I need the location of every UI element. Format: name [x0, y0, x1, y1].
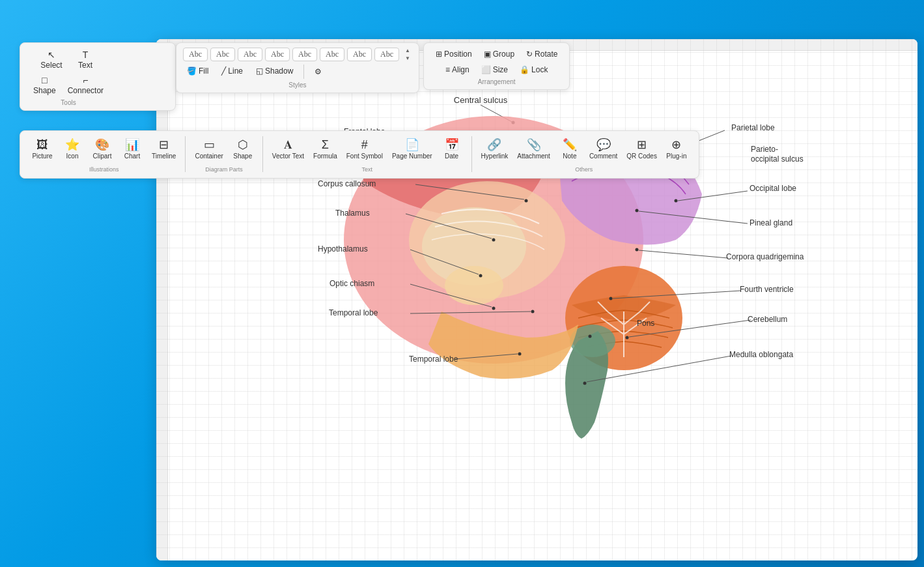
picture-icon: 🖼 [36, 139, 48, 151]
plugin-icon: ⊕ [671, 139, 681, 151]
styles-label: Styles [183, 81, 412, 89]
icon-icon: ⭐ [65, 139, 79, 151]
svg-line-23 [639, 250, 728, 258]
svg-text:Thalamus: Thalamus [335, 209, 370, 218]
style-chip-5[interactable]: Abc [292, 48, 317, 61]
illustrations-section: 🖼 Picture ⭐ Icon 🎨 Clipart 📊 Chart ⊟ Tim… [28, 136, 180, 173]
style-chip-3[interactable]: Abc [238, 48, 262, 61]
group-icon: ▣ [484, 50, 491, 59]
svg-text:Medulla oblongata: Medulla oblongata [729, 350, 793, 359]
position-icon: ⊞ [436, 50, 442, 59]
date-icon: 📅 [445, 139, 459, 151]
svg-point-22 [636, 248, 639, 252]
svg-point-30 [626, 336, 629, 340]
line-btn[interactable]: ╱ Line [217, 65, 247, 78]
styles-down-arrow[interactable]: ▼ [403, 55, 412, 62]
page-number-btn[interactable]: 📄 Page Number [388, 136, 436, 162]
shape-insert-icon: ⬡ [238, 139, 248, 151]
vector-text-btn[interactable]: 𝐀 Vector Text [268, 136, 308, 162]
svg-text:occipital sulcus: occipital sulcus [751, 154, 804, 164]
hyperlink-btn[interactable]: 🔗 Hyperlink [477, 136, 512, 162]
clipart-btn[interactable]: 🎨 Clipart [88, 136, 117, 162]
attachment-btn[interactable]: 📎 Attachment [513, 136, 554, 162]
icon-btn[interactable]: ⭐ Icon [58, 136, 87, 162]
style-chip-2[interactable]: Abc [210, 48, 235, 61]
illustrations-label: Illustrations [89, 166, 119, 173]
lock-icon: 🔒 [520, 65, 529, 74]
plugin-btn[interactable]: ⊕ Plug-in [662, 136, 691, 162]
svg-text:Hypothalamus: Hypothalamus [318, 244, 368, 254]
toolbar-tools: ↖ Select T Text □ Shape ⌐ Connector Tool… [20, 42, 176, 111]
toolbar-arrangement: ⊞ Position ▣ Group ↻ Rotate ≡ Align ⬜ Si… [423, 42, 570, 90]
qr-codes-btn[interactable]: ⊞ QR Codes [623, 136, 661, 162]
svg-point-14 [492, 239, 496, 242]
text-tool[interactable]: T Text [69, 47, 102, 72]
styles-dropdown[interactable]: ▲ ▼ [403, 47, 412, 62]
vector-text-icon: 𝐀 [284, 139, 292, 151]
style-chip-1[interactable]: Abc [183, 48, 208, 61]
style-chip-8[interactable]: Abc [374, 48, 399, 61]
chart-btn[interactable]: 📊 Chart [118, 136, 147, 162]
container-icon: ▭ [204, 139, 215, 151]
date-btn[interactable]: 📅 Date [438, 136, 466, 162]
container-btn[interactable]: ▭ Container [191, 136, 227, 162]
shape-icon: □ [42, 75, 47, 85]
svg-text:Pineal gland: Pineal gland [749, 218, 792, 227]
diagram-parts-section: ▭ Container ⬡ Shape Diagram Parts [191, 136, 257, 173]
group-btn[interactable]: ▣ Group [479, 47, 520, 61]
shape-insert-btn[interactable]: ⬡ Shape [229, 136, 257, 162]
svg-text:Parietal lobe: Parietal lobe [731, 123, 775, 132]
comment-btn[interactable]: 💬 Comment [585, 136, 621, 162]
brain-title: Central sulcus [454, 95, 508, 105]
picture-btn[interactable]: 🖼 Picture [28, 136, 57, 162]
shadow-btn[interactable]: ◱ Shadow [252, 65, 297, 78]
cursor-icon: ↖ [48, 50, 55, 60]
toolbar-styles: Abc Abc Abc Abc Abc Abc Abc Abc ▲ ▼ 🪣 Fi… [176, 42, 419, 93]
svg-point-16 [675, 199, 678, 203]
note-btn[interactable]: ✏️ Note [555, 136, 584, 162]
hyperlink-icon: 🔗 [487, 139, 501, 151]
svg-text:Fourth ventricle: Fourth ventricle [740, 285, 794, 294]
page-number-icon: 📄 [405, 139, 419, 151]
others-section: 🔗 Hyperlink 📎 Attachment ✏️ Note 💬 Comme… [477, 136, 691, 173]
svg-text:Temporal lobe: Temporal lobe [409, 355, 458, 364]
style-chip-6[interactable]: Abc [320, 48, 344, 61]
timeline-btn[interactable]: ⊟ Timeline [148, 136, 180, 162]
rotate-btn[interactable]: ↻ Rotate [521, 47, 563, 61]
svg-text:Pons: Pons [637, 319, 654, 328]
note-icon: ✏️ [563, 139, 577, 151]
svg-point-36 [589, 335, 592, 338]
styles-up-arrow[interactable]: ▲ [403, 47, 412, 54]
style-chip-7[interactable]: Abc [347, 48, 372, 61]
connector-tool[interactable]: ⌐ Connector [63, 72, 109, 98]
chart-icon: 📊 [125, 139, 139, 151]
connector-icon: ⌐ [83, 75, 88, 85]
font-symbol-btn[interactable]: # Font Symbol [343, 136, 387, 162]
select-tool[interactable]: ↖ Select [35, 47, 68, 72]
lock-btn[interactable]: 🔒 Lock [514, 63, 553, 77]
fill-btn[interactable]: 🪣 Fill [183, 65, 212, 78]
text-label: Text [361, 166, 372, 173]
rotate-icon: ↻ [526, 50, 533, 59]
diagram-parts-label: Diagram Parts [205, 166, 243, 173]
others-label: Others [575, 166, 593, 173]
size-btn[interactable]: ⬜ Size [476, 63, 513, 77]
size-icon: ⬜ [481, 65, 491, 74]
svg-point-34 [583, 382, 587, 385]
qr-icon: ⊞ [637, 139, 647, 151]
svg-point-28 [531, 310, 535, 313]
formula-icon: Σ [322, 139, 329, 151]
formula-btn[interactable]: Σ Formula [309, 136, 341, 162]
shape-tool[interactable]: □ Shape [28, 72, 61, 98]
comment-icon: 💬 [596, 139, 611, 151]
position-btn[interactable]: ⊞ Position [430, 47, 477, 61]
svg-point-20 [479, 274, 483, 278]
styles-settings-btn[interactable]: ⚙ [311, 65, 326, 79]
svg-point-26 [609, 297, 613, 300]
fill-icon: 🪣 [187, 66, 197, 76]
svg-text:Occipital lobe: Occipital lobe [749, 184, 796, 193]
style-chip-4[interactable]: Abc [265, 48, 290, 61]
align-btn[interactable]: ≡ Align [440, 63, 475, 77]
align-icon: ≡ [445, 65, 450, 74]
settings-icon: ⚙ [315, 67, 322, 76]
